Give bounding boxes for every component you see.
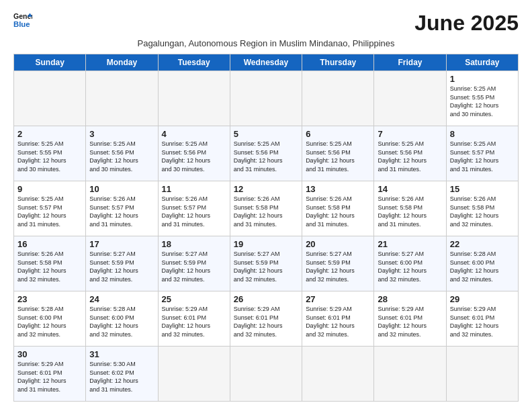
day-number: 4: [162, 129, 226, 139]
calendar-cell: 31Sunrise: 5:30 AM Sunset: 6:02 PM Dayli…: [86, 347, 158, 402]
day-info: Sunrise: 5:29 AM Sunset: 6:01 PM Dayligh…: [306, 305, 370, 338]
calendar-cell: 18Sunrise: 5:27 AM Sunset: 5:59 PM Dayli…: [158, 236, 230, 291]
calendar-cell: [230, 347, 302, 402]
calendar-cell: 20Sunrise: 5:27 AM Sunset: 5:59 PM Dayli…: [302, 236, 374, 291]
day-info: Sunrise: 5:25 AM Sunset: 5:56 PM Dayligh…: [89, 140, 154, 173]
day-number: 26: [234, 294, 298, 304]
page: General Blue June 2025 Pagalungan, Auton…: [0, 0, 532, 408]
calendar-cell: 4Sunrise: 5:25 AM Sunset: 5:56 PM Daylig…: [158, 126, 230, 181]
day-number: 21: [378, 239, 442, 249]
calendar-cell: [158, 347, 230, 402]
day-number: 14: [378, 184, 442, 194]
calendar-cell: 17Sunrise: 5:27 AM Sunset: 5:59 PM Dayli…: [86, 236, 158, 291]
day-number: 31: [89, 349, 154, 359]
header-row: Sunday Monday Tuesday Wednesday Thursday…: [14, 54, 519, 71]
day-info: Sunrise: 5:28 AM Sunset: 6:00 PM Dayligh…: [17, 305, 82, 338]
day-info: Sunrise: 5:29 AM Sunset: 6:01 PM Dayligh…: [162, 305, 226, 338]
calendar-week-1: 1Sunrise: 5:25 AM Sunset: 5:55 PM Daylig…: [14, 71, 519, 126]
calendar-cell: 23Sunrise: 5:28 AM Sunset: 6:00 PM Dayli…: [14, 291, 86, 347]
day-info: Sunrise: 5:29 AM Sunset: 6:01 PM Dayligh…: [17, 360, 82, 394]
day-info: Sunrise: 5:28 AM Sunset: 6:00 PM Dayligh…: [89, 305, 154, 338]
day-number: 5: [234, 129, 298, 139]
col-monday: Monday: [86, 54, 158, 71]
col-thursday: Thursday: [302, 54, 374, 71]
day-info: Sunrise: 5:29 AM Sunset: 6:01 PM Dayligh…: [378, 305, 442, 338]
day-info: Sunrise: 5:25 AM Sunset: 5:56 PM Dayligh…: [306, 140, 370, 173]
calendar-cell: [158, 71, 230, 126]
calendar-cell: 6Sunrise: 5:25 AM Sunset: 5:56 PM Daylig…: [302, 126, 374, 181]
calendar-cell: 5Sunrise: 5:25 AM Sunset: 5:56 PM Daylig…: [230, 126, 302, 181]
day-number: 28: [378, 294, 442, 304]
calendar-table: Sunday Monday Tuesday Wednesday Thursday…: [13, 54, 519, 402]
day-number: 10: [89, 184, 154, 194]
calendar-cell: 22Sunrise: 5:28 AM Sunset: 6:00 PM Dayli…: [446, 236, 518, 291]
day-number: 23: [17, 294, 82, 304]
calendar-cell: 21Sunrise: 5:27 AM Sunset: 6:00 PM Dayli…: [374, 236, 446, 291]
calendar-cell: 26Sunrise: 5:29 AM Sunset: 6:01 PM Dayli…: [230, 291, 302, 347]
calendar-cell: [86, 71, 158, 126]
day-info: Sunrise: 5:27 AM Sunset: 5:59 PM Dayligh…: [89, 250, 154, 283]
day-number: 17: [89, 239, 154, 249]
calendar-cell: 1Sunrise: 5:25 AM Sunset: 5:55 PM Daylig…: [446, 71, 518, 126]
day-info: Sunrise: 5:25 AM Sunset: 5:55 PM Dayligh…: [17, 140, 82, 173]
day-number: 9: [17, 184, 82, 194]
calendar-week-3: 9Sunrise: 5:25 AM Sunset: 5:57 PM Daylig…: [14, 181, 519, 236]
day-number: 15: [450, 184, 515, 194]
calendar-cell: 12Sunrise: 5:26 AM Sunset: 5:58 PM Dayli…: [230, 181, 302, 236]
calendar-cell: 25Sunrise: 5:29 AM Sunset: 6:01 PM Dayli…: [158, 291, 230, 347]
calendar-cell: [446, 347, 518, 402]
calendar-cell: 14Sunrise: 5:26 AM Sunset: 5:58 PM Dayli…: [374, 181, 446, 236]
day-number: 1: [450, 74, 515, 84]
day-info: Sunrise: 5:25 AM Sunset: 5:56 PM Dayligh…: [162, 140, 226, 173]
subtitle: Pagalungan, Autonomous Region in Muslim …: [13, 38, 519, 48]
day-info: Sunrise: 5:27 AM Sunset: 5:59 PM Dayligh…: [234, 250, 298, 283]
day-info: Sunrise: 5:26 AM Sunset: 5:58 PM Dayligh…: [17, 250, 82, 283]
day-number: 6: [306, 129, 370, 139]
day-number: 13: [306, 184, 370, 194]
calendar-week-5: 23Sunrise: 5:28 AM Sunset: 6:00 PM Dayli…: [14, 291, 519, 347]
logo: General Blue: [13, 11, 32, 30]
calendar-cell: 28Sunrise: 5:29 AM Sunset: 6:01 PM Dayli…: [374, 291, 446, 347]
day-number: 22: [450, 239, 515, 249]
calendar-cell: 11Sunrise: 5:26 AM Sunset: 5:57 PM Dayli…: [158, 181, 230, 236]
day-number: 30: [17, 349, 82, 359]
day-info: Sunrise: 5:29 AM Sunset: 6:01 PM Dayligh…: [450, 305, 515, 338]
day-info: Sunrise: 5:26 AM Sunset: 5:58 PM Dayligh…: [234, 195, 298, 228]
calendar-cell: 15Sunrise: 5:26 AM Sunset: 5:58 PM Dayli…: [446, 181, 518, 236]
calendar-cell: [374, 71, 446, 126]
title-block: June 2025: [414, 11, 519, 36]
calendar-cell: 29Sunrise: 5:29 AM Sunset: 6:01 PM Dayli…: [446, 291, 518, 347]
day-info: Sunrise: 5:26 AM Sunset: 5:57 PM Dayligh…: [89, 195, 154, 228]
logo-icon: General Blue: [13, 11, 32, 30]
day-number: 19: [234, 239, 298, 249]
day-info: Sunrise: 5:26 AM Sunset: 5:58 PM Dayligh…: [450, 195, 515, 228]
day-number: 27: [306, 294, 370, 304]
calendar-cell: [302, 347, 374, 402]
calendar-cell: 27Sunrise: 5:29 AM Sunset: 6:01 PM Dayli…: [302, 291, 374, 347]
day-number: 7: [378, 129, 442, 139]
day-info: Sunrise: 5:25 AM Sunset: 5:57 PM Dayligh…: [450, 140, 515, 173]
calendar-cell: 16Sunrise: 5:26 AM Sunset: 5:58 PM Dayli…: [14, 236, 86, 291]
day-number: 12: [234, 184, 298, 194]
calendar-cell: 24Sunrise: 5:28 AM Sunset: 6:00 PM Dayli…: [86, 291, 158, 347]
day-number: 16: [17, 239, 82, 249]
calendar-cell: [302, 71, 374, 126]
calendar-cell: 3Sunrise: 5:25 AM Sunset: 5:56 PM Daylig…: [86, 126, 158, 181]
day-info: Sunrise: 5:25 AM Sunset: 5:56 PM Dayligh…: [234, 140, 298, 173]
day-info: Sunrise: 5:28 AM Sunset: 6:00 PM Dayligh…: [450, 250, 515, 283]
month-title: June 2025: [414, 11, 519, 36]
col-saturday: Saturday: [446, 54, 518, 71]
calendar-cell: 8Sunrise: 5:25 AM Sunset: 5:57 PM Daylig…: [446, 126, 518, 181]
day-info: Sunrise: 5:25 AM Sunset: 5:57 PM Dayligh…: [17, 195, 82, 228]
day-info: Sunrise: 5:29 AM Sunset: 6:01 PM Dayligh…: [234, 305, 298, 338]
day-info: Sunrise: 5:25 AM Sunset: 5:56 PM Dayligh…: [378, 140, 442, 173]
calendar-cell: 19Sunrise: 5:27 AM Sunset: 5:59 PM Dayli…: [230, 236, 302, 291]
day-number: 2: [17, 129, 82, 139]
day-number: 11: [162, 184, 226, 194]
day-info: Sunrise: 5:26 AM Sunset: 5:57 PM Dayligh…: [162, 195, 226, 228]
day-number: 24: [89, 294, 154, 304]
calendar-week-4: 16Sunrise: 5:26 AM Sunset: 5:58 PM Dayli…: [14, 236, 519, 291]
calendar-cell: 7Sunrise: 5:25 AM Sunset: 5:56 PM Daylig…: [374, 126, 446, 181]
col-sunday: Sunday: [14, 54, 86, 71]
day-number: 3: [89, 129, 154, 139]
